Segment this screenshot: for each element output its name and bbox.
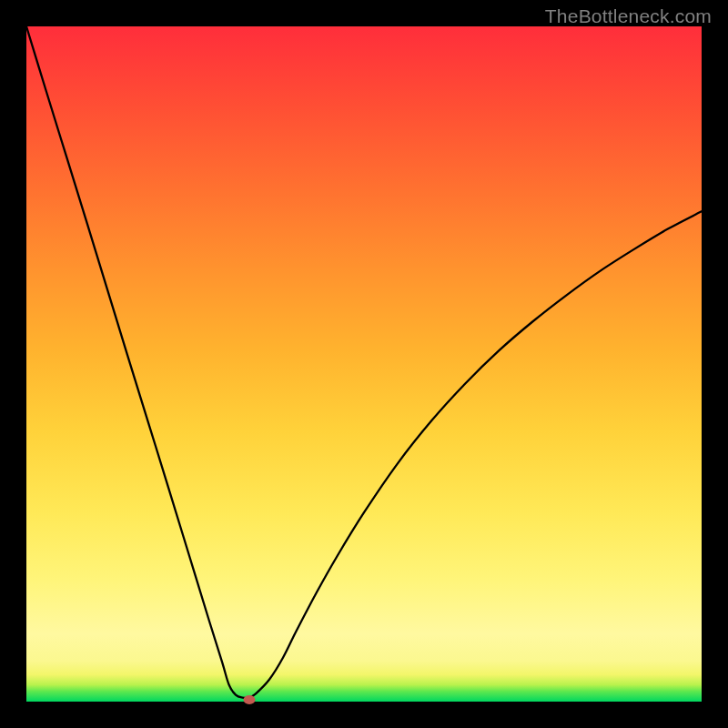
chart-frame: TheBottleneck.com <box>0 0 728 728</box>
plot-area <box>26 26 702 702</box>
bottleneck-curve <box>26 26 702 702</box>
watermark-text: TheBottleneck.com <box>545 5 712 27</box>
minimum-marker <box>243 695 255 704</box>
